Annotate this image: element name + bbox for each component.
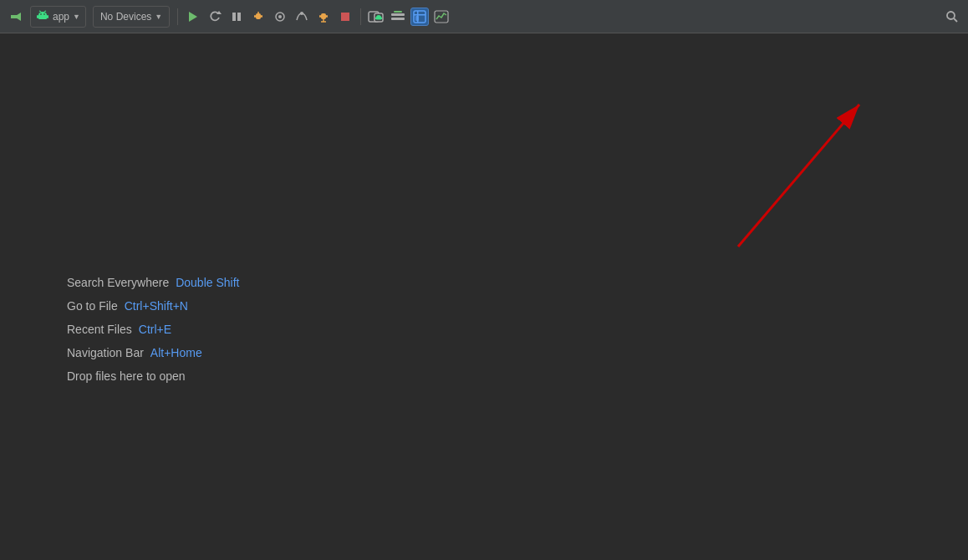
- drop-files-label: Drop files here to open: [67, 369, 186, 383]
- main-content: Search Everywhere Double Shift Go to Fil…: [0, 33, 968, 560]
- separator-2: [360, 8, 361, 25]
- search-everywhere-shortcut: Double Shift: [176, 276, 239, 289]
- svg-rect-1: [11, 15, 18, 18]
- goto-file-shortcut: Ctrl+Shift+N: [125, 299, 188, 313]
- svg-line-8: [39, 11, 41, 12]
- help-text: Search Everywhere Double Shift Go to Fil…: [67, 276, 239, 383]
- attach-debugger-icon[interactable]: [314, 8, 333, 26]
- svg-point-6: [40, 13, 42, 15]
- svg-rect-31: [375, 17, 376, 19]
- no-devices-dropdown-arrow: ▼: [155, 13, 162, 21]
- app-dropdown-arrow: ▼: [73, 13, 80, 21]
- recent-files-row: Recent Files Ctrl+E: [67, 323, 239, 336]
- svg-rect-34: [391, 18, 405, 20]
- run-icon[interactable]: [184, 8, 202, 26]
- stop-icon[interactable]: [227, 8, 246, 26]
- svg-rect-33: [391, 13, 405, 16]
- svg-rect-3: [38, 15, 47, 19]
- svg-rect-17: [257, 12, 259, 13]
- recent-files-label: Recent Files: [67, 323, 132, 336]
- svg-rect-12: [232, 13, 236, 21]
- svg-rect-14: [256, 13, 261, 19]
- stop-run-icon[interactable]: [336, 8, 354, 26]
- svg-rect-16: [261, 15, 262, 18]
- coverage-icon[interactable]: [271, 8, 289, 26]
- svg-rect-13: [237, 13, 241, 21]
- svg-point-7: [43, 13, 45, 15]
- no-devices-label: No Devices: [100, 11, 151, 23]
- recent-files-shortcut: Ctrl+E: [139, 323, 171, 336]
- svg-point-41: [947, 12, 955, 19]
- svg-point-19: [278, 15, 282, 18]
- profile-icon[interactable]: [293, 8, 311, 26]
- search-everywhere-label: Search Everywhere: [67, 276, 169, 289]
- layout-inspector-icon[interactable]: [410, 8, 429, 26]
- svg-rect-21: [321, 13, 326, 19]
- debug-icon[interactable]: [249, 8, 267, 26]
- svg-point-20: [300, 12, 303, 15]
- red-arrow-annotation: [713, 79, 897, 267]
- drop-files-row: Drop files here to open: [67, 369, 239, 383]
- avd-manager-icon[interactable]: [367, 8, 385, 26]
- navigation-bar-shortcut: Alt+Home: [150, 346, 202, 359]
- rerun-icon[interactable]: [206, 8, 224, 26]
- svg-line-44: [738, 104, 859, 247]
- search-icon[interactable]: [943, 8, 961, 26]
- app-label: app: [53, 11, 69, 23]
- back-icon[interactable]: [7, 8, 25, 26]
- no-devices-dropdown[interactable]: No Devices ▼: [93, 6, 170, 28]
- svg-rect-32: [381, 17, 382, 19]
- svg-rect-15: [254, 15, 256, 18]
- svg-line-42: [954, 18, 957, 22]
- goto-file-row: Go to File Ctrl+Shift+N: [67, 299, 239, 313]
- svg-line-9: [44, 11, 46, 12]
- svg-rect-37: [414, 14, 425, 16]
- navigation-bar-label: Navigation Bar: [67, 346, 144, 359]
- svg-rect-4: [37, 15, 38, 18]
- svg-rect-22: [319, 15, 321, 18]
- svg-rect-5: [47, 15, 48, 18]
- svg-rect-39: [415, 16, 419, 21]
- svg-rect-26: [341, 13, 349, 21]
- separator-1: [177, 8, 178, 25]
- goto-file-label: Go to File: [67, 299, 118, 313]
- svg-rect-30: [376, 17, 381, 19]
- toolbar: app ▼ No Devices ▼: [0, 0, 968, 33]
- profiler-icon[interactable]: [432, 8, 451, 26]
- search-everywhere-row: Search Everywhere Double Shift: [67, 276, 239, 289]
- navigation-bar-row: Navigation Bar Alt+Home: [67, 346, 239, 359]
- svg-marker-10: [189, 12, 197, 22]
- svg-rect-35: [394, 11, 402, 13]
- app-dropdown[interactable]: app ▼: [30, 6, 86, 28]
- svg-rect-23: [326, 15, 328, 18]
- sdk-manager-icon[interactable]: [389, 8, 407, 26]
